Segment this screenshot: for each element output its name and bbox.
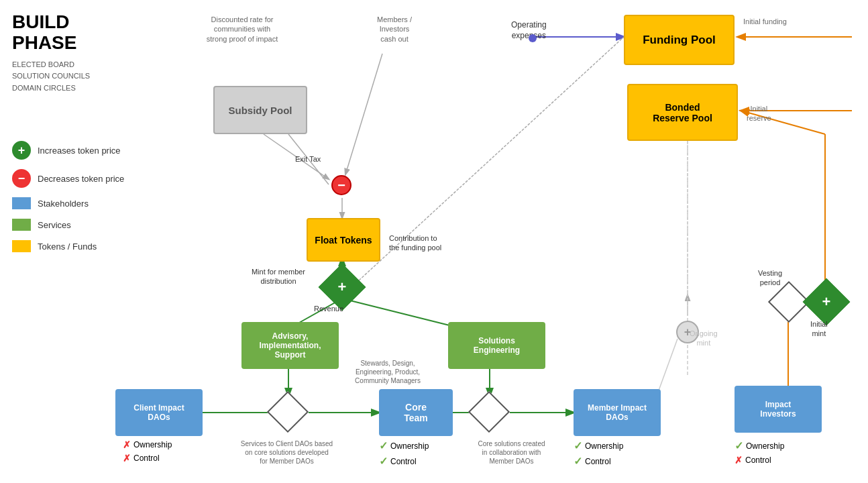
blue-box	[12, 197, 31, 209]
plus-diamond-green: +	[325, 270, 359, 304]
annotation-initial-mint: Initialmint	[810, 319, 828, 339]
annotation-mint-member: Mint for memberdistribution	[241, 267, 315, 286]
float-tokens-node: Float Tokens	[307, 218, 380, 262]
annotation-initial-reserve: Initialreserve	[747, 104, 771, 123]
subsidy-pool-node: Subsidy Pool	[213, 86, 307, 134]
core-ownership-row: ✓ Ownership	[379, 439, 429, 452]
advisory-node: Advisory,Implementation,Support	[241, 322, 339, 369]
title-block: BUILD PHASE ELECTED BOARDSOLUTION COUNCI…	[12, 12, 90, 94]
annotation-revenue: Revenue	[314, 304, 343, 313]
member-ownership-row: ✓ Ownership	[574, 439, 623, 452]
right-diamond	[474, 397, 505, 428]
svg-line-12	[342, 299, 463, 329]
impact-investors-node: ImpactInvestors	[735, 386, 822, 433]
annotation-contribution: Contribution tothe funding pool	[389, 233, 470, 253]
legend-decreases: − Decreases token price	[12, 169, 124, 188]
investors-ownership-check: ✓	[735, 439, 743, 452]
annotation-exit-tax: Exit Tax	[295, 154, 321, 164]
yellow-box	[12, 240, 31, 252]
member-control-check: ✓	[574, 455, 582, 468]
annotation-services-client: Services to Client DAOs basedon core sol…	[238, 439, 335, 466]
vesting-diamond	[774, 287, 805, 318]
initial-mint-plus: +	[810, 285, 843, 319]
funding-pool-node: Funding Pool	[624, 15, 735, 65]
svg-line-7	[345, 54, 382, 174]
bonded-reserve-pool-node: BondedReserve Pool	[627, 84, 738, 141]
legend-services: Services	[12, 219, 124, 231]
legend-increases: + Increases token price	[12, 141, 124, 160]
member-ownership-check: ✓	[574, 439, 582, 452]
left-diamond	[273, 397, 304, 428]
client-control-x: ✗	[123, 453, 131, 464]
member-daos-badges: ✓ Ownership ✓ Control	[574, 439, 623, 470]
core-control-check: ✓	[379, 455, 388, 468]
diagram-container: BUILD PHASE ELECTED BOARDSOLUTION COUNCI…	[0, 0, 868, 483]
right-diamond-plus	[474, 397, 505, 428]
minus-symbol: −	[331, 175, 351, 195]
legend-stakeholders: Stakeholders	[12, 197, 124, 209]
plus-icon: +	[12, 141, 31, 160]
client-ownership-row: ✗ Ownership	[123, 439, 172, 450]
core-team-badges: ✓ Ownership ✓ Control	[379, 439, 429, 470]
annotation-stewards: Stewards, Design,Engineering, Product,Co…	[341, 359, 435, 385]
client-daos-badges: ✗ Ownership ✗ Control	[123, 439, 172, 466]
core-team-node: CoreTeam	[379, 389, 453, 436]
annotation-members: Members /Investorscash out	[364, 15, 425, 44]
member-control-row: ✓ Control	[574, 455, 623, 468]
annotation-vesting: Vestingperiod	[758, 268, 782, 288]
investors-control-x: ✗	[735, 455, 743, 466]
client-ownership-x: ✗	[123, 439, 131, 450]
annotation-discounted: Discounted rate forcommunities withstron…	[199, 15, 286, 44]
client-control-row: ✗ Control	[123, 453, 172, 464]
solutions-engineering-node: SolutionsEngineering	[448, 322, 545, 369]
minus-circle-node: −	[331, 175, 351, 195]
investors-control-row: ✗ Control	[735, 455, 784, 466]
left-diamond-plus	[273, 397, 304, 428]
impact-investors-badges: ✓ Ownership ✗ Control	[735, 439, 784, 468]
blue-dot	[529, 34, 537, 42]
member-impact-daos-node: Member ImpactDAOs	[574, 389, 661, 436]
title-sub: ELECTED BOARDSOLUTION COUNCILSDOMAIN CIR…	[12, 59, 90, 95]
client-impact-daos-node: Client ImpactDAOs	[115, 389, 203, 436]
core-ownership-check: ✓	[379, 439, 388, 452]
annotation-ongoing-mint: Ongoingmint	[690, 329, 718, 348]
minus-icon: −	[12, 169, 31, 188]
investors-ownership-row: ✓ Ownership	[735, 439, 784, 452]
legend-tokens: Tokens / Funds	[12, 240, 124, 252]
initial-mint-diamond: +	[810, 285, 843, 319]
legend: + Increases token price − Decreases toke…	[12, 141, 124, 262]
title-main: BUILD PHASE	[12, 12, 90, 54]
annotation-initial-funding: Initial funding	[743, 17, 787, 26]
annotation-core-solutions: Core solutions createdin collaboration w…	[463, 439, 560, 466]
plus-symbol-green: +	[325, 270, 359, 304]
core-control-row: ✓ Control	[379, 455, 429, 468]
green-box	[12, 219, 31, 231]
